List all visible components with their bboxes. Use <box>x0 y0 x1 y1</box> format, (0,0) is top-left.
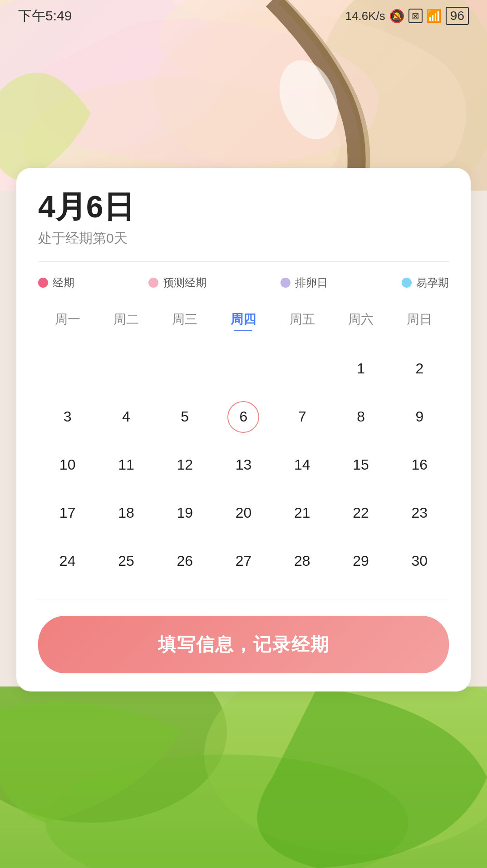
weekdays-header: 周一 周二 周三 周四 周五 周六 周日 <box>38 306 449 336</box>
weekday-thu: 周四 <box>214 306 273 336</box>
cal-day-21[interactable]: 21 <box>273 489 331 537</box>
legend-ovulation: 排卵日 <box>280 275 328 290</box>
weekday-mon: 周一 <box>38 306 97 336</box>
cal-day-16[interactable]: 16 <box>390 441 449 489</box>
cal-day-8[interactable]: 8 <box>331 393 390 441</box>
cta-button[interactable]: 填写信息，记录经期 <box>38 616 449 673</box>
cal-day-17[interactable]: 17 <box>38 489 97 537</box>
legend-fertile: 易孕期 <box>402 275 449 290</box>
wifi-icon: 📶 <box>426 9 442 24</box>
cal-day-10[interactable]: 10 <box>38 441 97 489</box>
weekday-fri: 周五 <box>273 306 331 336</box>
cal-day-18[interactable]: 18 <box>97 489 155 537</box>
cal-day-4[interactable]: 4 <box>97 393 155 441</box>
main-card: 4月6日 处于经期第0天 经期 预测经期 排卵日 易孕期 周一 周二 周三 <box>16 168 471 691</box>
cal-day-5[interactable]: 5 <box>156 393 214 441</box>
cal-day-7[interactable]: 7 <box>273 393 331 441</box>
cal-day-20[interactable]: 20 <box>214 489 273 537</box>
cal-day-9[interactable]: 9 <box>390 393 449 441</box>
legend-label-period: 经期 <box>53 275 74 290</box>
legend-label-predicted: 预测经期 <box>163 275 207 290</box>
cal-empty-2[interactable] <box>97 345 155 393</box>
cal-day-23[interactable]: 23 <box>390 489 449 537</box>
cal-day-30[interactable]: 30 <box>390 537 449 585</box>
cal-day-3[interactable]: 3 <box>38 393 97 441</box>
cal-day-2[interactable]: 2 <box>390 345 449 393</box>
weekday-sat: 周六 <box>331 306 390 336</box>
legend-dot-period <box>38 278 48 288</box>
mute-icon: 🔕 <box>389 9 405 24</box>
cal-day-6[interactable]: 6 <box>214 393 273 441</box>
cal-day-29[interactable]: 29 <box>331 537 390 585</box>
cal-day-28[interactable]: 28 <box>273 537 331 585</box>
legend-period: 经期 <box>38 275 74 290</box>
cal-day-19[interactable]: 19 <box>156 489 214 537</box>
cal-empty-1[interactable] <box>38 345 97 393</box>
cal-day-1[interactable]: 1 <box>331 345 390 393</box>
cal-day-14[interactable]: 14 <box>273 441 331 489</box>
weekday-underline <box>234 330 252 331</box>
legend-dot-ovulation <box>280 278 290 288</box>
weekday-sun: 周日 <box>390 306 449 336</box>
battery-icon: 96 <box>446 7 469 25</box>
cal-day-27[interactable]: 27 <box>214 537 273 585</box>
cal-day-22[interactable]: 22 <box>331 489 390 537</box>
cal-day-15[interactable]: 15 <box>331 441 390 489</box>
cal-empty-5[interactable] <box>273 345 331 393</box>
weekday-wed: 周三 <box>156 306 214 336</box>
status-bar: 下午5:49 14.6K/s 🔕 ⊠ 📶 96 <box>0 0 487 32</box>
screenshot-icon: ⊠ <box>408 9 423 23</box>
cal-day-12[interactable]: 12 <box>156 441 214 489</box>
cal-day-25[interactable]: 25 <box>97 537 155 585</box>
divider-top <box>38 261 449 262</box>
cal-empty-4[interactable] <box>214 345 273 393</box>
cal-day-24[interactable]: 24 <box>38 537 97 585</box>
bg-bottom <box>0 687 487 868</box>
cal-empty-3[interactable] <box>156 345 214 393</box>
status-icons: 14.6K/s 🔕 ⊠ 📶 96 <box>345 7 469 25</box>
date-title: 4月6日 <box>38 190 449 224</box>
cal-day-26[interactable]: 26 <box>156 537 214 585</box>
legend-label-fertile: 易孕期 <box>416 275 449 290</box>
calendar-grid: 1 2 3 4 5 6 7 8 9 10 11 12 13 14 15 16 1… <box>38 345 449 585</box>
legend-predicted: 预测经期 <box>148 275 207 290</box>
date-subtitle: 处于经期第0天 <box>38 229 449 248</box>
status-time: 下午5:49 <box>18 7 72 25</box>
cal-day-13[interactable]: 13 <box>214 441 273 489</box>
legend: 经期 预测经期 排卵日 易孕期 <box>38 275 449 290</box>
network-speed: 14.6K/s <box>345 9 385 23</box>
cal-day-11[interactable]: 11 <box>97 441 155 489</box>
divider-bottom <box>38 599 449 599</box>
weekday-tue: 周二 <box>97 306 155 336</box>
legend-label-ovulation: 排卵日 <box>295 275 328 290</box>
legend-dot-predicted <box>148 278 158 288</box>
legend-dot-fertile <box>402 278 412 288</box>
